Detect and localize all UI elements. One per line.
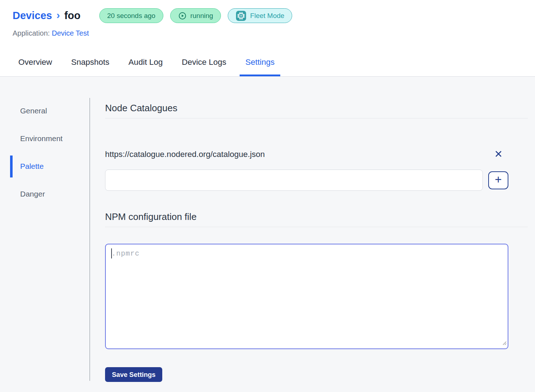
fleet-mode-label: Fleet Mode: [250, 12, 284, 20]
catalogue-url-text: https://catalogue.nodered.org/catalogue.…: [105, 150, 488, 159]
resize-handle-icon[interactable]: [502, 340, 507, 347]
chip-icon: [236, 10, 246, 21]
palette-settings-panel: Node Catalogues https://catalogue.nodere…: [90, 77, 535, 392]
breadcrumb-device-name: foo: [64, 10, 81, 22]
play-circle-icon: [178, 12, 187, 20]
npm-config-textarea[interactable]: [105, 244, 508, 349]
sidebar-item-general[interactable]: General: [20, 105, 90, 117]
add-catalogue-row: +: [105, 170, 508, 191]
running-status-label: running: [190, 12, 213, 20]
sidebar-item-environment[interactable]: Environment: [20, 132, 90, 145]
last-seen-badge-label: 20 seconds ago: [107, 12, 155, 20]
new-catalogue-input[interactable]: [105, 170, 483, 191]
application-label: Application:: [13, 29, 50, 37]
node-catalogues-title: Node Catalogues: [105, 103, 528, 114]
section-divider: [105, 118, 528, 118]
tab-overview[interactable]: Overview: [13, 58, 58, 76]
breadcrumb-devices-link[interactable]: Devices: [13, 10, 52, 22]
status-badges: 20 seconds ago running: [99, 8, 293, 23]
add-catalogue-button[interactable]: +: [488, 171, 508, 189]
tab-audit-log[interactable]: Audit Log: [123, 58, 168, 76]
tab-snapshots[interactable]: Snapshots: [65, 58, 115, 76]
tab-device-logs[interactable]: Device Logs: [176, 58, 232, 76]
application-row: Application: Device Test: [13, 29, 535, 37]
tab-settings[interactable]: Settings: [240, 58, 280, 76]
settings-content: General Environment Palette Danger Node …: [0, 77, 535, 392]
npm-config-field-wrap: [105, 244, 508, 349]
breadcrumb: Devices › foo 20 seconds ago running: [0, 0, 535, 23]
sidebar-item-danger[interactable]: Danger: [20, 188, 90, 200]
save-settings-button[interactable]: Save Settings: [105, 367, 162, 382]
chevron-right-icon: ›: [56, 9, 60, 21]
last-seen-badge: 20 seconds ago: [99, 8, 163, 23]
settings-sidebar: General Environment Palette Danger: [0, 77, 90, 392]
sidebar-item-palette[interactable]: Palette: [20, 160, 90, 172]
page-header: Devices › foo 20 seconds ago running: [0, 0, 535, 77]
plus-icon: +: [495, 174, 502, 185]
npm-config-title: NPM configuration file: [105, 211, 528, 222]
application-link[interactable]: Device Test: [52, 29, 89, 37]
close-icon: [494, 149, 503, 160]
catalogue-entry-row: https://catalogue.nodered.org/catalogue.…: [105, 149, 508, 160]
section-divider: [105, 227, 528, 227]
device-tabs: Overview Snapshots Audit Log Device Logs…: [13, 58, 280, 76]
running-status-badge: running: [170, 8, 221, 23]
remove-catalogue-button[interactable]: [488, 149, 508, 160]
fleet-mode-badge: Fleet Mode: [228, 8, 292, 23]
